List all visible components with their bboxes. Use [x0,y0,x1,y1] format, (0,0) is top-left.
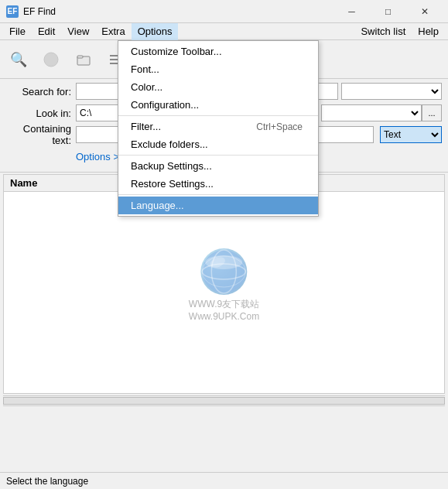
watermark-globe [200,248,247,295]
menu-view[interactable]: View [61,23,95,40]
horizontal-scrollbar[interactable] [3,395,445,406]
menu-options[interactable]: Options [132,23,179,40]
look-in-select-2[interactable] [321,104,422,121]
close-button[interactable]: ✕ [407,0,442,23]
backup-settings-label: Backup Settings... [131,160,212,172]
menu-sep-3 [118,194,318,195]
filter-shortcut: Ctrl+Space [256,121,303,132]
menu-bar-right: Switch list Help [354,23,445,40]
window-controls: ─ □ ✕ [334,0,442,23]
menu-backup-settings[interactable]: Backup Settings... [118,157,318,175]
minimize-button[interactable]: ─ [334,0,369,23]
svg-rect-2 [77,56,83,58]
containing-label: Containing text: [6,123,76,146]
menu-sep-2 [118,155,318,156]
search-for-label: Search for: [6,86,76,97]
app-icon: EF [6,5,19,18]
menu-switch-list[interactable]: Switch list [354,23,412,40]
menu-bar: File Edit View Extra Options Switch list… [0,23,448,40]
menu-font[interactable]: Font... [118,60,318,78]
browse-button[interactable]: ... [422,104,442,121]
text-type-select[interactable]: Text [380,126,442,143]
maximize-button[interactable]: □ [371,0,405,23]
watermark-text-2: Www.9UPK.Com [189,311,259,322]
menu-configuration[interactable]: Configuration... [118,96,318,114]
content-body: WWW.9友下载站 Www.9UPK.Com [4,192,444,393]
look-in-label: Look in: [6,108,76,119]
exclude-folders-label: Exclude folders... [131,138,208,150]
svg-point-15 [209,255,227,269]
search-toolbar-button[interactable]: 🔍 [3,44,34,75]
restore-settings-label: Restore Settings... [131,178,214,190]
status-bar: Select the language [0,472,448,489]
filter-label: Filter... [131,121,161,132]
folder-toolbar-button[interactable] [68,44,99,75]
menu-language[interactable]: Language... [118,197,318,214]
language-label: Language... [131,200,184,211]
configuration-label: Configuration... [131,99,199,111]
menu-edit[interactable]: Edit [32,23,61,40]
watermark-text-1: WWW.9友下载站 [189,298,259,311]
app-title: EF Find [23,6,334,17]
menu-file[interactable]: File [3,23,32,40]
menu-filter[interactable]: Filter... Ctrl+Space [118,118,318,135]
menu-extra[interactable]: Extra [95,23,131,40]
font-label: Font... [131,63,159,75]
options-dropdown-menu: Customize Toolbar... Font... Color... Co… [118,40,319,217]
color-label: Color... [131,81,162,93]
menu-restore-settings[interactable]: Restore Settings... [118,175,318,193]
svg-point-0 [44,53,58,67]
stop-toolbar-button[interactable] [36,44,67,75]
status-text: Select the language [6,476,88,487]
title-bar: EF EF Find ─ □ ✕ [0,0,448,23]
customize-toolbar-label: Customize Toolbar... [131,46,222,57]
menu-sep-1 [118,115,318,116]
watermark: WWW.9友下载站 Www.9UPK.Com [189,248,259,322]
scrollbar-track[interactable] [3,397,445,405]
menu-help[interactable]: Help [412,23,445,40]
name-column-header: Name [10,177,37,189]
search-for-select[interactable] [341,83,442,100]
menu-customize-toolbar[interactable]: Customize Toolbar... [118,43,318,60]
menu-exclude-folders[interactable]: Exclude folders... [118,135,318,153]
menu-color[interactable]: Color... [118,78,318,96]
